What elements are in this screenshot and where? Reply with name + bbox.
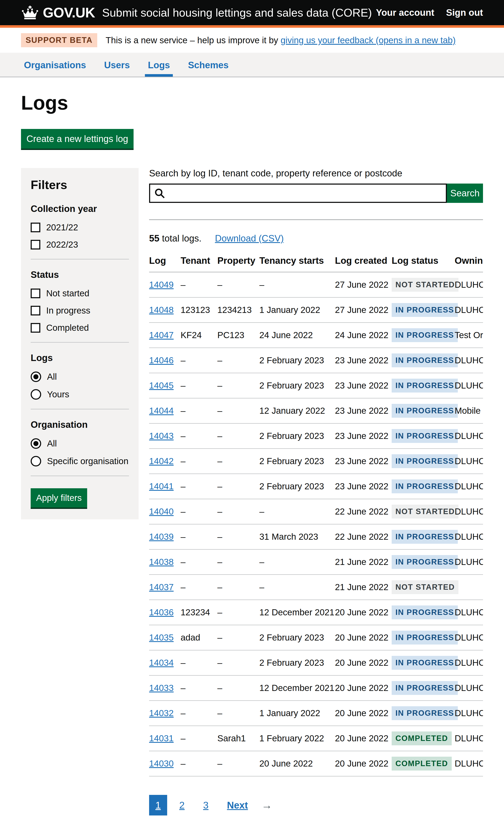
table-cell: – — [259, 272, 335, 298]
table-cell: 20 June 2022 — [259, 751, 335, 776]
table-cell: 22 June 2022 — [335, 499, 392, 524]
owning-organisation-cell: DLUHC Test — [455, 650, 483, 675]
option-label: Completed — [46, 323, 89, 333]
page-title: Logs — [21, 91, 483, 114]
status-badge: IN PROGRESS — [392, 706, 458, 720]
status-badge: COMPLETED — [392, 731, 452, 745]
owning-organisation-cell: DLUHC Test — [455, 373, 483, 398]
page-3[interactable]: 3 — [197, 795, 215, 815]
table-cell: 20 June 2022 — [335, 726, 392, 751]
log-link-14044[interactable]: 14044 — [149, 406, 174, 415]
table-cell: 22 June 2022 — [335, 524, 392, 549]
table-cell: – — [181, 272, 217, 298]
download-csv-link[interactable]: Download (CSV) — [215, 233, 284, 244]
filter-option: 2021/22 — [31, 222, 129, 232]
page-1[interactable]: 1 — [149, 795, 167, 815]
log-link-14039[interactable]: 14039 — [149, 532, 174, 542]
pagination: 123Next→ — [149, 795, 483, 815]
govuk-logo[interactable]: GOV.UK — [43, 5, 95, 21]
log-link-14034[interactable]: 14034 — [149, 658, 174, 668]
table-row: 1404812312312342131 January 202227 June … — [149, 298, 483, 323]
filter-divider — [31, 342, 129, 343]
tab-logs[interactable]: Logs — [145, 60, 173, 77]
log-link-14032[interactable]: 14032 — [149, 708, 174, 718]
service-name-link[interactable]: Submit social housing lettings and sales… — [102, 6, 372, 19]
next-page-link[interactable]: Next — [221, 795, 254, 815]
total-logs-label: total logs. — [159, 233, 202, 243]
checkbox-collection-year-2021-22[interactable] — [31, 223, 40, 232]
table-cell: – — [259, 549, 335, 575]
column-header-tenant: Tenant — [181, 249, 217, 272]
log-link-14042[interactable]: 14042 — [149, 456, 174, 466]
owning-organisation-cell: DLUHC Test — [455, 348, 483, 373]
radio-organisation-all[interactable] — [31, 438, 41, 449]
log-link-14047[interactable]: 14047 — [149, 330, 174, 340]
table-cell: 24 June 2022 — [259, 323, 335, 348]
table-cell: – — [181, 675, 217, 700]
log-link-14038[interactable]: 14038 — [149, 557, 174, 567]
log-link-14045[interactable]: 14045 — [149, 381, 174, 390]
filter-option: Yours — [31, 389, 129, 400]
table-cell: 21 June 2022 — [335, 575, 392, 600]
log-link-14035[interactable]: 14035 — [149, 633, 174, 643]
filter-option: All — [31, 371, 129, 382]
checkbox-collection-year-2022-23[interactable] — [31, 240, 40, 249]
radio-logs-all[interactable] — [31, 371, 41, 382]
table-cell: 27 June 2022 — [335, 298, 392, 323]
page-2[interactable]: 2 — [173, 795, 191, 815]
results-section: Search by log ID, tenant code, property … — [149, 168, 483, 835]
table-cell: – — [217, 423, 259, 449]
table-cell: – — [217, 373, 259, 398]
radio-organisation-specific-organisation[interactable] — [31, 456, 41, 466]
log-link-14036[interactable]: 14036 — [149, 607, 174, 617]
table-row: 14039––31 March 202322 June 2022IN PROGR… — [149, 524, 483, 549]
log-link-14037[interactable]: 14037 — [149, 582, 174, 592]
filter-option: 2022/23 — [31, 240, 129, 250]
logs-table-header-row: LogTenantPropertyTenancy startsLog creat… — [149, 249, 483, 272]
log-link-14046[interactable]: 14046 — [149, 355, 174, 365]
table-row: 14033––12 December 202120 June 2022IN PR… — [149, 675, 483, 700]
log-link-14043[interactable]: 14043 — [149, 431, 174, 441]
table-cell: 123234 — [181, 600, 217, 625]
tab-schemes[interactable]: Schemes — [185, 60, 231, 77]
log-link-14049[interactable]: 14049 — [149, 280, 174, 290]
feedback-link[interactable]: giving us your feedback (opens in a new … — [281, 35, 456, 45]
table-cell: – — [181, 726, 217, 751]
log-link-14033[interactable]: 14033 — [149, 683, 174, 693]
create-lettings-log-button[interactable]: Create a new lettings log — [21, 129, 134, 149]
tab-users[interactable]: Users — [101, 60, 133, 77]
table-cell: 2 February 2023 — [259, 650, 335, 675]
checkbox-status-completed[interactable] — [31, 323, 40, 333]
table-cell: 20 June 2022 — [335, 700, 392, 726]
apply-filters-button[interactable]: Apply filters — [31, 488, 87, 508]
your-account-link[interactable]: Your account — [376, 7, 434, 18]
filter-group-logs: Logs AllYours — [31, 353, 129, 400]
table-cell: – — [181, 398, 217, 423]
support-beta-tag: SUPPORT BETA — [21, 33, 97, 47]
table-cell: 123123 — [181, 298, 217, 323]
checkbox-status-not-started[interactable] — [31, 288, 40, 298]
checkbox-status-in-progress[interactable] — [31, 306, 40, 315]
status-badge: IN PROGRESS — [392, 681, 458, 695]
owning-organisation-cell: DLUHC Test — [455, 449, 483, 474]
log-link-14048[interactable]: 14048 — [149, 305, 174, 315]
column-header-log-created: Log created — [335, 249, 392, 272]
log-link-14040[interactable]: 14040 — [149, 507, 174, 516]
table-cell: 20 June 2022 — [335, 751, 392, 776]
radio-logs-yours[interactable] — [31, 389, 41, 400]
log-link-14030[interactable]: 14030 — [149, 758, 174, 769]
status-badge: IN PROGRESS — [392, 480, 458, 493]
table-row: 14035adad–2 February 202320 June 2022IN … — [149, 625, 483, 650]
table-cell: KF24 — [181, 323, 217, 348]
search-button[interactable]: Search — [447, 184, 483, 203]
table-cell: 2 February 2023 — [259, 449, 335, 474]
table-cell: 1234213 — [217, 298, 259, 323]
search-input[interactable] — [149, 184, 447, 203]
table-cell: – — [181, 474, 217, 499]
log-link-14041[interactable]: 14041 — [149, 481, 174, 491]
table-cell: – — [181, 499, 217, 524]
table-row: 14030––20 June 202220 June 2022COMPLETED… — [149, 751, 483, 776]
sign-out-link[interactable]: Sign out — [446, 7, 483, 18]
log-link-14031[interactable]: 14031 — [149, 733, 174, 743]
tab-organisations[interactable]: Organisations — [21, 60, 89, 77]
